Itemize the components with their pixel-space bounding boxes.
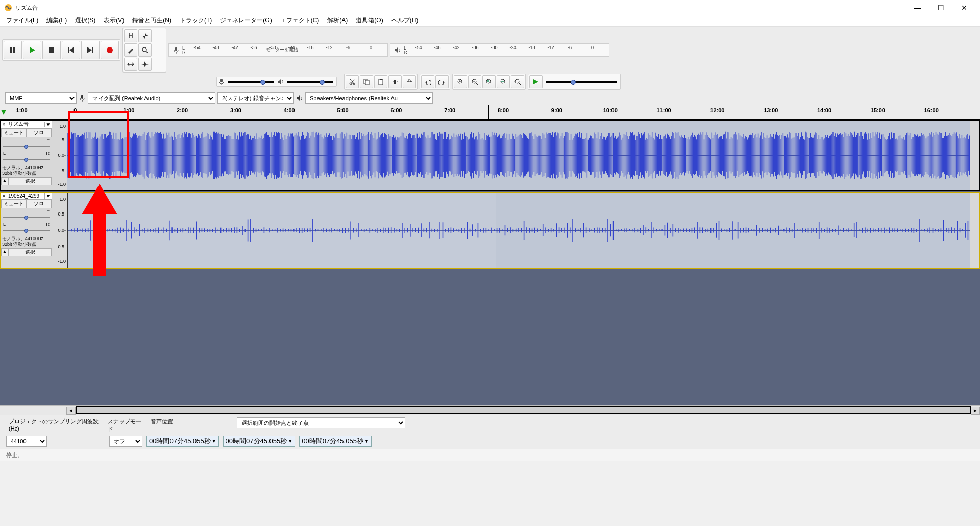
selection-end-time[interactable]: 00時間07分45.055秒▼ xyxy=(299,436,372,447)
zoom-toolbar xyxy=(452,74,526,90)
zoom-out-button[interactable] xyxy=(468,75,481,88)
recording-volume-slider[interactable] xyxy=(228,79,274,85)
envelope-tool[interactable] xyxy=(138,29,152,42)
track-close-button[interactable]: × xyxy=(1,193,7,199)
redo-button[interactable] xyxy=(435,75,449,88)
menu-tools[interactable]: 道具箱(O) xyxy=(352,15,387,26)
track-name[interactable]: 190524_4299 xyxy=(7,193,44,199)
vertical-scale[interactable]: 1.0 .5- 0.0- -.5- -1.0 xyxy=(52,121,67,190)
speaker-icon xyxy=(394,46,402,54)
waveform[interactable] xyxy=(67,193,970,268)
menu-analyze[interactable]: 解析(A) xyxy=(323,15,352,26)
project-rate-select[interactable]: 44100 xyxy=(6,436,47,447)
selection-tool[interactable] xyxy=(124,29,137,42)
vertical-scale[interactable]: 1.0 0.5- 0.0- -0.5- -1.0 xyxy=(52,193,67,268)
gain-slider[interactable] xyxy=(3,143,50,150)
snap-mode-select[interactable]: オフ xyxy=(109,436,142,447)
menu-help[interactable]: ヘルプ(H) xyxy=(387,15,423,26)
rate-label: プロジェクトのサンプリング周波数 (Hz) xyxy=(6,417,103,434)
fit-selection-button[interactable] xyxy=(482,75,496,88)
skip-start-button[interactable] xyxy=(62,41,80,59)
track-control-panel[interactable]: × リズム音 ▼ ミュート ソロ -+ LR モノラル、44100Hz32bit… xyxy=(1,121,52,190)
menu-select[interactable]: 選択(S) xyxy=(71,15,100,26)
fit-project-button[interactable] xyxy=(497,75,510,88)
mute-button[interactable]: ミュート xyxy=(1,128,27,137)
zoom-toggle-button[interactable] xyxy=(511,75,524,88)
svg-line-13 xyxy=(146,51,148,53)
collapse-button[interactable]: ▲ xyxy=(1,248,8,256)
audio-host-select[interactable]: MME xyxy=(5,92,77,104)
undo-button[interactable] xyxy=(421,75,434,88)
menu-generate[interactable]: ジェネレーター(G) xyxy=(216,15,276,26)
draw-tool[interactable] xyxy=(124,43,137,57)
recording-meter[interactable]: LR モニターを開始 -54 -48 -42 -36 -30 -24 -18 -… xyxy=(168,43,388,57)
playback-speed-slider[interactable] xyxy=(546,79,617,85)
pan-slider[interactable] xyxy=(3,156,50,163)
playback-device-select[interactable]: Speakers/Headphones (Realtek Au xyxy=(305,92,433,104)
selection-start-time[interactable]: 00時間07分45.055秒▼ xyxy=(223,436,296,447)
track-select-button[interactable]: 選択 xyxy=(8,177,52,185)
track-menu-dropdown[interactable]: ▼ xyxy=(44,122,52,127)
mute-button[interactable]: ミュート xyxy=(1,199,27,208)
zoom-tool[interactable] xyxy=(138,43,152,57)
trim-button[interactable] xyxy=(388,75,402,88)
pan-slider[interactable] xyxy=(3,227,50,234)
paste-button[interactable] xyxy=(374,75,387,88)
timeline-ruler[interactable]: 1:00 0 1:00 2:00 3:00 4:00 5:00 6:00 7:0… xyxy=(0,105,980,119)
solo-button[interactable]: ソロ xyxy=(27,199,52,208)
playback-volume-slider[interactable] xyxy=(287,79,333,85)
stop-button[interactable] xyxy=(42,41,61,59)
svg-rect-22 xyxy=(365,80,369,85)
collapse-button[interactable]: ▲ xyxy=(1,177,8,185)
horizontal-scrollbar[interactable]: ◄ ► xyxy=(0,405,980,415)
solo-button[interactable]: ソロ xyxy=(27,128,52,137)
track-close-button[interactable]: × xyxy=(1,122,7,127)
close-button[interactable]: ✕ xyxy=(952,0,976,15)
zoom-in-button[interactable] xyxy=(454,75,467,88)
waveform[interactable] xyxy=(67,121,970,190)
menu-file[interactable]: ファイル(F) xyxy=(2,15,42,26)
svg-point-12 xyxy=(142,47,146,52)
multi-tool[interactable] xyxy=(138,58,152,71)
cut-button[interactable] xyxy=(346,75,359,88)
playatspeed-toolbar xyxy=(528,74,621,90)
pause-button[interactable] xyxy=(4,41,22,59)
svg-rect-1 xyxy=(10,47,12,53)
svg-marker-42 xyxy=(1,110,6,115)
playback-meter[interactable]: LR -54 -48 -42 -36 -30 -24 -18 -12 -6 0 xyxy=(390,43,609,57)
recording-device-select[interactable]: マイク配列 (Realtek Audio) xyxy=(88,92,215,104)
mic-icon xyxy=(172,46,180,54)
snap-label: スナップモード xyxy=(105,417,146,434)
minimize-button[interactable]: — xyxy=(905,0,929,15)
svg-marker-39 xyxy=(533,79,538,84)
track-name[interactable]: リズム音 xyxy=(7,121,44,128)
menu-edit[interactable]: 編集(E) xyxy=(42,15,71,26)
copy-button[interactable] xyxy=(360,75,373,88)
play-button[interactable] xyxy=(23,41,41,59)
play-at-speed-button[interactable] xyxy=(529,75,543,88)
track-menu-dropdown[interactable]: ▼ xyxy=(44,193,52,199)
track-select-button[interactable]: 選択 xyxy=(8,248,52,256)
audio-position-time[interactable]: 00時間07分45.055秒▼ xyxy=(146,436,219,447)
svg-rect-24 xyxy=(380,79,382,80)
pin-icon[interactable] xyxy=(0,105,7,119)
maximize-button[interactable]: ☐ xyxy=(929,0,952,15)
timeshift-tool[interactable] xyxy=(124,58,137,71)
svg-marker-6 xyxy=(69,47,74,53)
track-control-panel[interactable]: × 190524_4299 ▼ ミュート ソロ -+ LR モノラル、44100… xyxy=(1,193,52,268)
menu-view[interactable]: 表示(V) xyxy=(100,15,128,26)
vertical-scrollbar[interactable] xyxy=(970,121,979,190)
menu-effect[interactable]: エフェクト(C) xyxy=(276,15,324,26)
vertical-scrollbar[interactable] xyxy=(970,193,979,268)
record-button[interactable] xyxy=(101,41,119,59)
menu-transport[interactable]: 録音と再生(N) xyxy=(128,15,176,26)
svg-rect-8 xyxy=(92,47,93,53)
menu-tracks[interactable]: トラック(T) xyxy=(176,15,216,26)
gain-slider[interactable] xyxy=(3,214,50,221)
recording-channels-select[interactable]: 2(ステレオ) 録音チャンネル xyxy=(217,92,294,104)
skip-end-button[interactable] xyxy=(81,41,100,59)
selection-toolbar: プロジェクトのサンプリング周波数 (Hz) スナップモード 音声位置 選択範囲の… xyxy=(0,415,980,449)
tools-toolbar xyxy=(122,28,166,73)
selection-mode-select[interactable]: 選択範囲の開始点と終了点 xyxy=(237,417,405,428)
silence-button[interactable] xyxy=(403,75,416,88)
